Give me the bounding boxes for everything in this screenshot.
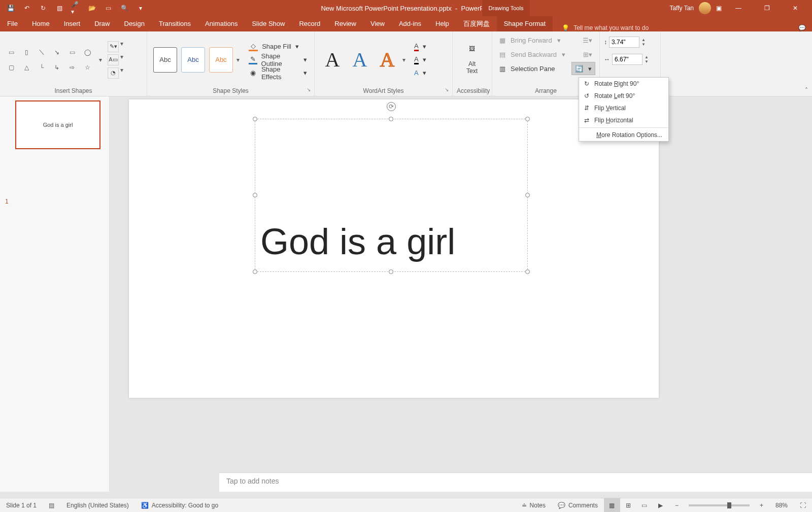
- handle-n[interactable]: [389, 117, 393, 121]
- flip-horizontal[interactable]: ⇄Flip Horizontal: [579, 114, 668, 126]
- tab-baidu[interactable]: 百度网盘: [456, 16, 497, 31]
- shape-gallery-more[interactable]: ▾: [97, 56, 104, 63]
- shape-style-2[interactable]: Abc: [181, 47, 205, 73]
- zoom-level[interactable]: 88%: [769, 502, 794, 509]
- handle-sw[interactable]: [253, 269, 257, 274]
- send-backward-button[interactable]: ▤Send Backward ▾: [496, 48, 568, 61]
- wordart-launcher[interactable]: ↘: [443, 87, 450, 94]
- shape-width-input[interactable]: [612, 54, 642, 65]
- shape-arrow-icon[interactable]: ⇨: [65, 60, 79, 75]
- qat-more-icon[interactable]: ▾: [136, 4, 145, 13]
- tab-home[interactable]: Home: [25, 16, 57, 31]
- shape-vtextbox-icon[interactable]: ▯: [19, 45, 33, 59]
- handle-se[interactable]: [525, 269, 530, 274]
- shape-height-input[interactable]: [609, 37, 639, 48]
- tab-file[interactable]: File: [0, 16, 25, 31]
- handle-e[interactable]: [525, 193, 530, 197]
- width-down[interactable]: ▼: [645, 59, 652, 64]
- status-comments-button[interactable]: 💬Comments: [552, 502, 604, 509]
- text-outline-button[interactable]: A ▾: [411, 53, 429, 66]
- restore-button[interactable]: ❐: [755, 0, 779, 16]
- avatar[interactable]: [699, 2, 711, 14]
- merge-shapes-button[interactable]: ◔: [108, 67, 119, 79]
- shape-arrowline-icon[interactable]: ↘: [50, 45, 64, 59]
- tab-transitions[interactable]: Transitions: [152, 16, 198, 31]
- tab-slideshow[interactable]: Slide Show: [245, 16, 292, 31]
- tab-review[interactable]: Review: [327, 16, 363, 31]
- selected-textbox[interactable]: ⟳ God is a girl: [255, 119, 528, 272]
- shape-lconnector2-icon[interactable]: ↳: [50, 60, 64, 75]
- ribbon-display-icon[interactable]: ▣: [716, 5, 722, 12]
- text-effects-button[interactable]: A ▾: [411, 66, 429, 80]
- tab-draw[interactable]: Draw: [87, 16, 117, 31]
- status-spellcheck-icon[interactable]: ▤: [43, 502, 60, 509]
- status-slide[interactable]: Slide 1 of 1: [0, 502, 43, 509]
- tab-view[interactable]: View: [363, 16, 392, 31]
- status-language[interactable]: English (United States): [60, 502, 135, 509]
- wordart-more[interactable]: ▾: [401, 56, 407, 63]
- rotation-handle[interactable]: ⟳: [387, 102, 396, 111]
- slide-canvas[interactable]: ⟳ God is a girl: [129, 99, 659, 398]
- width-up[interactable]: ▲: [645, 55, 652, 59]
- shape-styles-launcher[interactable]: ↘: [305, 87, 312, 94]
- user-name[interactable]: Taffy Tan: [669, 5, 694, 12]
- handle-w[interactable]: [253, 193, 257, 197]
- tab-design[interactable]: Design: [117, 16, 152, 31]
- handle-nw[interactable]: [253, 117, 257, 121]
- share-button[interactable]: 💬: [792, 24, 812, 31]
- alt-text-button[interactable]: 🖼 Alt Text: [457, 45, 487, 75]
- collapse-ribbon-button[interactable]: ˄: [805, 87, 808, 94]
- tab-record[interactable]: Record: [292, 16, 327, 31]
- zoom-out-button[interactable]: −: [669, 502, 685, 509]
- view-sorter-button[interactable]: ⊞: [620, 498, 636, 513]
- bring-forward-button[interactable]: ▦Bring Forward ▾: [496, 33, 564, 47]
- status-accessibility[interactable]: ♿Accessibility: Good to go: [135, 502, 224, 509]
- close-button[interactable]: ✕: [784, 0, 807, 16]
- mic-icon[interactable]: 🎤▾: [71, 4, 80, 13]
- present-icon[interactable]: ▧: [55, 4, 64, 13]
- rotate-right-90[interactable]: ↻Rotate Right 90°: [579, 78, 668, 90]
- shape-fill-button[interactable]: ◇Shape Fill ▾: [246, 40, 310, 53]
- shape-gallery[interactable]: ▭ ▯ ＼ ↘ ▭ ◯ ▢ △ └ ↳ ⇨ ☆: [4, 45, 94, 75]
- shape-star-icon[interactable]: ☆: [80, 60, 94, 75]
- notes-pane[interactable]: Tap to add notes: [219, 472, 812, 492]
- edit-shape-button[interactable]: ✎▾: [108, 41, 119, 52]
- shape-triangle-icon[interactable]: △: [19, 60, 33, 75]
- textbox-content[interactable]: God is a girl: [255, 119, 527, 262]
- shape-oval-icon[interactable]: ◯: [80, 45, 94, 59]
- preview-icon[interactable]: 🔍: [120, 4, 129, 13]
- new-icon[interactable]: ▭: [104, 4, 113, 13]
- view-reading-button[interactable]: ▭: [636, 498, 653, 513]
- undo-icon[interactable]: ↶: [22, 4, 31, 13]
- fit-to-window-button[interactable]: ⛶: [794, 502, 812, 509]
- shape-effects-button[interactable]: ◉Shape Effects ▾: [246, 66, 310, 80]
- shape-line-icon[interactable]: ＼: [35, 45, 49, 59]
- align-button[interactable]: ☰▾: [580, 33, 595, 47]
- tab-insert[interactable]: Insert: [57, 16, 88, 31]
- tell-me-search[interactable]: 💡 Tell me what you want to do: [562, 24, 649, 31]
- shape-outline-button[interactable]: ✎Shape Outline ▾: [246, 53, 310, 66]
- open-icon[interactable]: 📂: [87, 4, 96, 13]
- redo-icon[interactable]: ↻: [39, 4, 48, 13]
- text-fill-button[interactable]: A ▾: [411, 40, 429, 53]
- shape-style-more[interactable]: ▾: [235, 56, 241, 63]
- wordart-style-2[interactable]: A: [346, 46, 374, 74]
- selection-pane-button[interactable]: ▥Selection Pane: [496, 62, 558, 75]
- handle-ne[interactable]: [525, 117, 530, 121]
- tab-addins[interactable]: Add-ins: [392, 16, 428, 31]
- view-slideshow-button[interactable]: ▶: [653, 498, 669, 513]
- tab-help[interactable]: Help: [428, 16, 456, 31]
- view-normal-button[interactable]: ▦: [604, 498, 620, 513]
- zoom-slider[interactable]: [689, 504, 750, 506]
- save-icon[interactable]: 💾: [6, 4, 15, 13]
- minimize-button[interactable]: —: [727, 0, 750, 16]
- group-button[interactable]: ⊞▾: [580, 48, 595, 61]
- shape-style-1[interactable]: Abc: [153, 47, 177, 73]
- shape-roundrect-icon[interactable]: ▢: [4, 60, 18, 75]
- zoom-in-button[interactable]: +: [754, 502, 769, 509]
- more-rotation-options[interactable]: More Rotation Options...: [579, 129, 668, 141]
- rotate-left-90[interactable]: ↺Rotate Left 90°: [579, 90, 668, 102]
- height-down[interactable]: ▼: [641, 42, 649, 47]
- handle-s[interactable]: [389, 269, 393, 274]
- shape-lconnector-icon[interactable]: └: [35, 60, 49, 75]
